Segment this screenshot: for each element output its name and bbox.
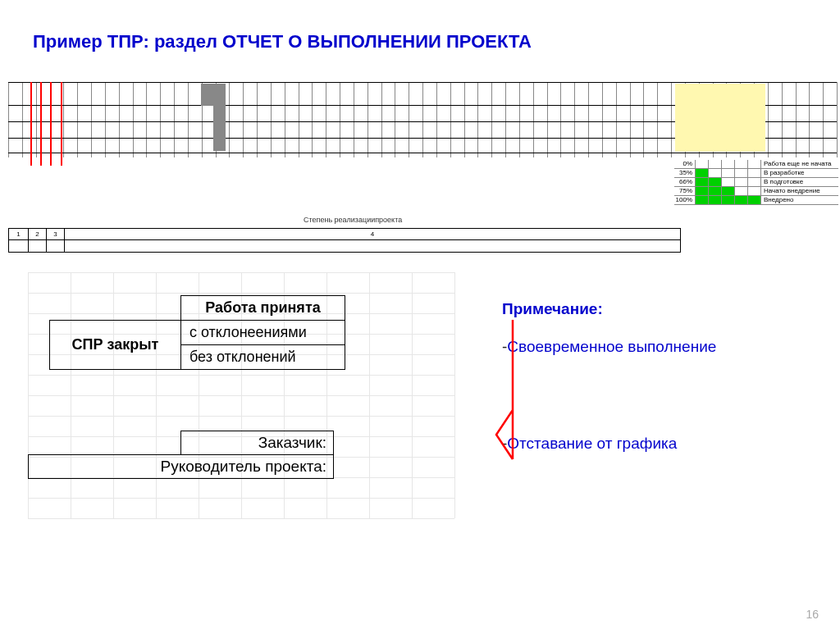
page-number: 16 [806, 608, 819, 621]
acceptance-table: Работа принята СПР закрытс отклонеениями… [49, 295, 345, 370]
signoff-table: Заказчик: Руководитель проекта: [28, 431, 334, 479]
legend: 0%Работа еще не начата35%В разработке66%… [674, 160, 838, 205]
note-panel: Примечание: -Своевременное выполнение -О… [502, 300, 814, 461]
section-label: Степень реализациипроекта [304, 216, 402, 224]
gantt-chart [0, 82, 840, 230]
red-line-icon [488, 320, 537, 500]
page-title: Пример ТПР: раздел ОТЧЕТ О ВЫПОЛНЕНИИ ПР… [0, 0, 840, 52]
step-table: 1 2 3 4 [8, 228, 681, 253]
